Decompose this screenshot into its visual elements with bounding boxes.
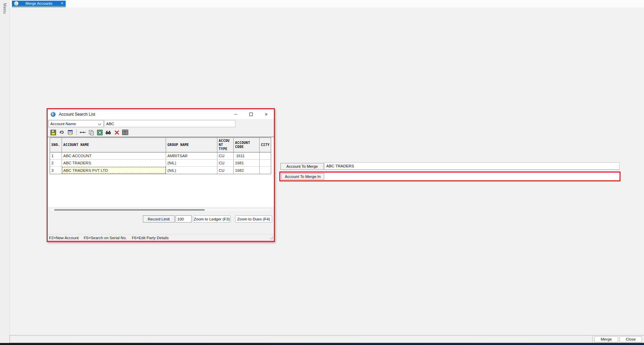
- header-city[interactable]: CITY: [260, 138, 271, 152]
- close-button[interactable]: ×: [259, 109, 274, 119]
- zoom-to-dues-button[interactable]: Zoom to Dues (F4): [235, 215, 272, 223]
- header-account-code[interactable]: ACCOUNT CODE: [234, 138, 260, 152]
- resize-grip-icon[interactable]: [270, 236, 273, 240]
- cell-account-name[interactable]: ABC ACCOUNT: [62, 152, 166, 159]
- dialog-toolbar: [50, 129, 128, 136]
- header-account-type[interactable]: ACCOU NT TYPE: [217, 138, 234, 152]
- dialog-status-bar: F2=New Account F5=Search on Serial No. F…: [48, 234, 274, 241]
- cell-account-type[interactable]: CU: [217, 160, 234, 166]
- find-icon[interactable]: [105, 129, 111, 135]
- dialog-title: Account Search List: [59, 112, 95, 117]
- search-input[interactable]: [104, 120, 235, 127]
- copy-icon[interactable]: [88, 129, 94, 135]
- table-row-selected[interactable]: 3 ABC TRADERS PVT LTD (NIL) CU 1682: [50, 167, 271, 174]
- cell-account-code[interactable]: 1681: [234, 160, 260, 166]
- grid-icon[interactable]: [122, 129, 128, 135]
- account-search-list-dialog: L Account Search List × Account Name: [47, 108, 275, 242]
- bottom-action-bar: Merge Close: [10, 335, 644, 343]
- save-icon[interactable]: [50, 129, 56, 135]
- cell-account-code[interactable]: 1611: [234, 152, 260, 159]
- chevron-down-icon: [98, 122, 101, 126]
- results-grid-panel: SNO. ACCOUNT NAME GROUP NAME ACCOU NT TY…: [48, 137, 274, 207]
- app-logo-icon: L: [14, 1, 18, 5]
- close-window-button[interactable]: Close: [620, 336, 642, 342]
- table-row[interactable]: 1 ABC ACCOUNT AMRITSAR CU 1611: [50, 152, 271, 160]
- cell-group-name[interactable]: (NIL): [166, 167, 217, 174]
- cell-city[interactable]: [260, 160, 271, 166]
- status-hint-f6: F6=Edit Party Details: [132, 236, 169, 240]
- cell-account-type[interactable]: CU: [217, 167, 234, 174]
- tab-bar: L Merge Accounts ×: [10, 0, 644, 7]
- header-group-name[interactable]: GROUP NAME: [166, 138, 217, 152]
- dialog-logo-icon: L: [50, 112, 56, 117]
- window-bottom-edge: [0, 343, 644, 345]
- tab-label: Merge Accounts: [18, 1, 60, 5]
- cell-sno[interactable]: 1: [50, 152, 62, 159]
- account-to-merge-field[interactable]: ABC TRADERS: [324, 162, 620, 170]
- excel-export-icon[interactable]: [97, 129, 103, 135]
- cell-account-name-selected[interactable]: ABC TRADERS PVT LTD: [62, 167, 166, 174]
- merge-button[interactable]: Merge: [594, 336, 618, 342]
- horizontal-scrollbar[interactable]: [49, 208, 272, 212]
- record-limit-label: Record Limit: [143, 215, 175, 223]
- cell-city[interactable]: [260, 167, 271, 174]
- account-to-merge-in-button[interactable]: Account To Merge In: [281, 173, 324, 180]
- cell-city[interactable]: [260, 152, 271, 159]
- table-header-row: SNO. ACCOUNT NAME GROUP NAME ACCOU NT TY…: [50, 138, 271, 152]
- tab-active-underline: [12, 6, 66, 7]
- tab-close-icon[interactable]: ×: [61, 1, 63, 5]
- table-row[interactable]: 2 ABC TRADERS (NIL) CU 1681: [50, 160, 271, 167]
- delete-icon[interactable]: [114, 129, 120, 135]
- search-field-dropdown[interactable]: Account Name: [48, 120, 104, 127]
- menu-vertical-label[interactable]: Menu: [2, 3, 7, 14]
- search-field-selected-option: Account Name: [50, 122, 76, 126]
- maximize-icon: [249, 113, 253, 116]
- cell-group-name[interactable]: AMRITSAR: [166, 152, 217, 159]
- tab-merge-accounts[interactable]: L Merge Accounts ×: [12, 1, 66, 6]
- maximize-button[interactable]: [243, 109, 259, 119]
- record-limit-input[interactable]: [176, 215, 192, 223]
- cell-sno[interactable]: 2: [50, 160, 62, 166]
- app-window: Menu L Merge Accounts × L Account Search…: [0, 0, 644, 345]
- sidebar-menu-strip[interactable]: Menu: [0, 0, 10, 345]
- header-sno[interactable]: SNO.: [50, 138, 62, 152]
- results-table: SNO. ACCOUNT NAME GROUP NAME ACCOU NT TY…: [50, 137, 271, 174]
- cell-account-type[interactable]: CU: [217, 152, 234, 159]
- window-controls: ×: [228, 109, 274, 119]
- account-to-merge-in-highlight: Account To Merge In: [279, 171, 621, 181]
- action-bar-separator: [592, 335, 593, 343]
- form-export-icon[interactable]: [67, 129, 73, 135]
- header-account-name[interactable]: ACCOUNT NAME: [62, 138, 166, 152]
- dialog-titlebar[interactable]: L Account Search List ×: [48, 109, 274, 119]
- minimize-icon: [234, 114, 237, 115]
- close-icon: ×: [265, 112, 267, 117]
- cell-group-name[interactable]: (NIL): [166, 160, 217, 166]
- horizontal-scrollbar-thumb[interactable]: [54, 209, 205, 211]
- column-width-icon[interactable]: [80, 129, 86, 135]
- cell-account-name[interactable]: ABC TRADERS: [62, 160, 166, 166]
- status-hint-f2: F2=New Account: [49, 236, 79, 240]
- status-hint-f5: F5=Search on Serial No.: [84, 236, 127, 240]
- cell-account-code[interactable]: 1682: [234, 167, 260, 174]
- toolbar-separator: [76, 129, 77, 135]
- account-to-merge-in-field[interactable]: [325, 172, 620, 180]
- minimize-button[interactable]: [228, 109, 243, 119]
- zoom-to-ledger-button[interactable]: Zoom to Ledger (F3): [193, 215, 231, 223]
- undo-icon[interactable]: [59, 129, 65, 135]
- cell-sno[interactable]: 3: [50, 167, 62, 174]
- account-to-merge-button[interactable]: Account To Merge: [280, 163, 324, 170]
